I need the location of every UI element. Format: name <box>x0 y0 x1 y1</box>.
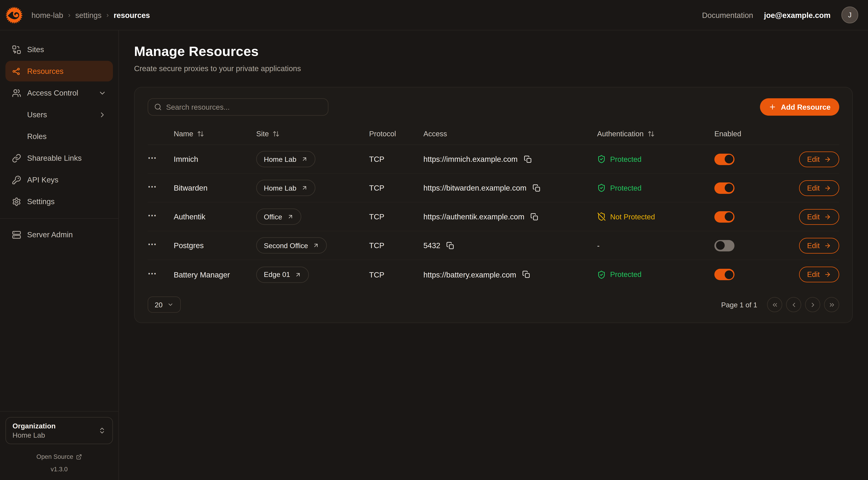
copy-icon <box>530 213 538 221</box>
pagination-bar: 20 Page 1 of 1 <box>148 297 839 313</box>
users-icon <box>12 88 21 97</box>
authentication-status: - <box>597 241 600 249</box>
previous-page-button[interactable] <box>786 297 801 312</box>
toggle-knob <box>724 183 733 192</box>
sidebar: Sites Resources Access Control Users Rol… <box>0 30 119 480</box>
copy-button[interactable] <box>524 155 532 163</box>
edit-button[interactable]: Edit <box>799 209 839 224</box>
sidebar-item-resources[interactable]: Resources <box>5 61 113 82</box>
sidebar-divider <box>0 218 118 219</box>
sidebar-item-label: Settings <box>27 197 55 206</box>
column-header-authentication[interactable]: Authentication <box>597 130 714 138</box>
org-selector[interactable]: Organization Home Lab <box>5 417 113 444</box>
user-email[interactable]: joe@example.com <box>764 11 831 19</box>
resource-name: Authentik <box>174 212 256 221</box>
add-resource-label: Add Resource <box>781 103 831 111</box>
sort-icon[interactable] <box>273 130 280 138</box>
breadcrumb-separator-icon: › <box>68 11 70 19</box>
arrow-right-icon <box>824 184 831 191</box>
page-size-value: 20 <box>155 301 162 309</box>
sidebar-item-label: Resources <box>27 67 63 76</box>
copy-icon <box>446 241 454 249</box>
site-link-button[interactable]: Edge 01 <box>256 266 309 283</box>
sidebar-item-settings[interactable]: Settings <box>5 191 113 212</box>
org-selector-label: Organization <box>12 421 94 430</box>
pagination-controls <box>767 297 839 312</box>
page-info: Page 1 of 1 <box>721 301 757 309</box>
next-page-button[interactable] <box>805 297 820 312</box>
column-header-access: Access <box>424 130 597 138</box>
table-row: ⋯ Postgres Second Office TCP 5432 <box>148 231 839 260</box>
authentication-status: Protected <box>597 155 642 163</box>
sidebar-item-access-control[interactable]: Access Control <box>5 83 113 103</box>
site-link-button[interactable]: Office <box>256 209 301 225</box>
key-icon <box>12 175 21 184</box>
sort-icon[interactable] <box>197 130 204 138</box>
resource-name: Battery Manager <box>174 270 256 279</box>
sidebar-item-server-admin[interactable]: Server Admin <box>5 224 113 245</box>
column-header-site[interactable]: Site <box>256 130 369 138</box>
site-link-button[interactable]: Second Office <box>256 237 327 253</box>
documentation-link[interactable]: Documentation <box>702 11 753 19</box>
authentication-label: Protected <box>610 270 642 278</box>
last-page-button[interactable] <box>824 297 839 312</box>
row-menu-button[interactable]: ⋯ <box>148 269 160 280</box>
resources-card: Add Resource Name Site Protocol Access A… <box>134 87 853 323</box>
copy-button[interactable] <box>446 241 454 249</box>
row-menu-button[interactable]: ⋯ <box>148 239 160 251</box>
copy-button[interactable] <box>522 270 530 278</box>
resource-access: https://authentik.example.com <box>424 212 524 221</box>
breadcrumb-org[interactable]: home-lab <box>31 11 63 19</box>
table-row: ⋯ Battery Manager Edge 01 TCP https://ba… <box>148 260 839 289</box>
copy-button[interactable] <box>530 213 538 221</box>
edit-button[interactable]: Edit <box>799 238 839 253</box>
main-content: Manage Resources Create secure proxies t… <box>119 30 868 480</box>
arrow-up-right-icon <box>313 242 319 249</box>
search-input[interactable] <box>166 103 322 111</box>
site-link-button[interactable]: Home Lab <box>256 180 315 196</box>
open-source-link[interactable]: Open Source <box>36 453 82 460</box>
site-name: Home Lab <box>264 155 297 163</box>
edit-button[interactable]: Edit <box>799 267 839 282</box>
avatar[interactable]: J <box>841 6 858 23</box>
column-header-name[interactable]: Name <box>174 130 256 138</box>
breadcrumb: home-lab › settings › resources <box>31 11 150 19</box>
sidebar-item-sites[interactable]: Sites <box>5 39 113 60</box>
enabled-toggle[interactable] <box>714 269 735 280</box>
sidebar-item-api-keys[interactable]: API Keys <box>5 170 113 190</box>
arrow-right-icon <box>824 242 831 249</box>
authentication-label: Protected <box>610 184 642 192</box>
page-size-select[interactable]: 20 <box>148 297 181 313</box>
sidebar-item-roles[interactable]: Roles <box>5 126 113 147</box>
enabled-toggle[interactable] <box>714 211 735 222</box>
open-source-label: Open Source <box>36 453 73 460</box>
row-menu-button[interactable]: ⋯ <box>148 182 160 194</box>
shield-off-icon <box>597 212 606 221</box>
toggle-knob <box>724 270 733 279</box>
enabled-toggle[interactable] <box>714 153 735 165</box>
topbar-right: Documentation joe@example.com J <box>702 6 858 23</box>
first-page-button[interactable] <box>767 297 782 312</box>
edit-button-label: Edit <box>807 241 820 249</box>
shield-check-icon <box>597 155 606 163</box>
row-menu-button[interactable]: ⋯ <box>148 211 160 222</box>
column-header-enabled: Enabled <box>714 130 788 138</box>
site-link-button[interactable]: Home Lab <box>256 151 315 167</box>
sidebar-item-users[interactable]: Users <box>5 104 113 125</box>
avatar-initial: J <box>848 11 852 19</box>
arrow-right-icon <box>824 156 831 163</box>
add-resource-button[interactable]: Add Resource <box>760 98 839 116</box>
link-icon <box>12 153 21 163</box>
authentication-label: Protected <box>610 155 642 163</box>
sidebar-footer-divider <box>0 411 118 412</box>
copy-button[interactable] <box>532 184 541 192</box>
enabled-toggle[interactable] <box>714 182 735 194</box>
enabled-toggle[interactable] <box>714 240 735 251</box>
row-menu-button[interactable]: ⋯ <box>148 153 160 165</box>
edit-button[interactable]: Edit <box>799 180 839 196</box>
sidebar-item-shareable-links[interactable]: Shareable Links <box>5 148 113 168</box>
edit-button[interactable]: Edit <box>799 151 839 167</box>
breadcrumb-settings[interactable]: settings <box>75 11 101 19</box>
column-header-protocol: Protocol <box>369 130 424 138</box>
sort-icon[interactable] <box>647 130 654 138</box>
